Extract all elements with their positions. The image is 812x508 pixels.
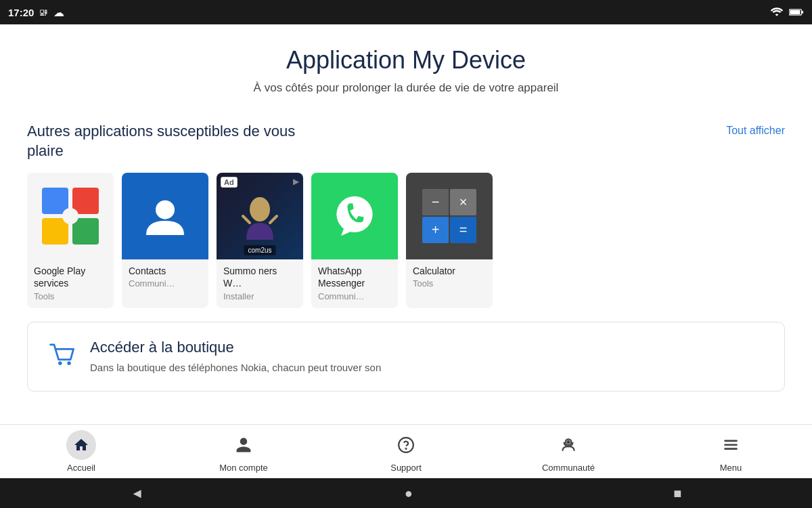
ad-badge: Ad: [221, 177, 238, 188]
svg-point-4: [156, 200, 175, 219]
app-card-calculator[interactable]: − × + = Calculator Tools: [406, 173, 493, 308]
app-category-gps: Tools: [34, 291, 107, 301]
cloud-icon: ☁: [53, 6, 64, 19]
help-svg: [397, 436, 415, 454]
svg-point-5: [250, 197, 270, 221]
app-category-summoners: Installer: [223, 291, 296, 301]
com2us-badge: com2us: [244, 245, 275, 255]
app-name-contacts: Contacts: [129, 265, 202, 277]
svg-rect-2: [790, 10, 800, 14]
nav-label-menu: Menu: [720, 463, 742, 473]
ad-arrow-icon: ▶: [293, 177, 299, 186]
wifi-icon: [770, 7, 784, 18]
calc-equals: =: [450, 217, 476, 243]
whatsapp-icon: [311, 173, 398, 259]
nav-label-mon-compte: Mon compte: [219, 463, 268, 473]
menu-icon: [716, 430, 746, 460]
svg-point-6: [336, 196, 372, 232]
calc-minus: −: [422, 189, 449, 215]
status-left: 17:20 🖳 ☁: [8, 6, 64, 19]
status-time: 17:20: [8, 7, 34, 18]
help-icon: [391, 430, 421, 460]
app-category-whatsapp: Communi…: [318, 291, 391, 301]
app-name-calculator: Calculator: [413, 265, 486, 277]
app-card-google-play-services[interactable]: Google Play services Tools: [27, 173, 114, 308]
google-play-services-icon: [27, 173, 114, 259]
nav-item-support[interactable]: Support: [379, 430, 433, 473]
nav-label-accueil: Accueil: [67, 463, 95, 473]
app-card-contacts[interactable]: Contacts Communi…: [122, 173, 208, 308]
calculator-info: Calculator Tools: [406, 259, 493, 295]
svg-point-3: [62, 208, 78, 224]
apps-header: Autres applications susceptibles de vous…: [27, 122, 785, 161]
status-right: [770, 7, 804, 18]
home-button[interactable]: ●: [405, 486, 413, 501]
title-section: Application My Device À vos côtés pour p…: [0, 24, 812, 106]
home-icon: [66, 430, 96, 460]
contacts-icon: [122, 173, 208, 259]
back-button[interactable]: ◄: [131, 486, 144, 501]
app-title: Application My Device: [14, 46, 798, 75]
store-desc: Dans la boutique des téléphones Nokia, c…: [90, 360, 381, 375]
svg-point-7: [58, 361, 62, 365]
app-category-contacts: Communi…: [129, 278, 202, 289]
cart-icon: [47, 339, 76, 375]
whatsapp-svg: [328, 189, 382, 243]
person-icon: [229, 430, 258, 460]
svg-rect-1: [802, 11, 804, 13]
calculator-icon: − × + =: [406, 173, 493, 259]
app-subtitle: À vos côtés pour prolonger la durée de v…: [14, 81, 798, 95]
bottom-nav: Accueil Mon compte Support: [0, 424, 812, 478]
nav-label-communaute: Communauté: [542, 463, 595, 473]
gps-svg: [40, 186, 101, 247]
nav-label-support: Support: [390, 463, 422, 473]
status-bar: 17:20 🖳 ☁: [0, 0, 812, 24]
svg-rect-14: [724, 444, 738, 446]
app-category-calculator: Tools: [413, 278, 486, 289]
contacts-svg: [141, 192, 189, 240]
show-all-link[interactable]: Tout afficher: [726, 125, 785, 137]
store-text: Accéder à la boutique Dans la boutique d…: [90, 339, 381, 375]
main-content: Application My Device À vos côtés pour p…: [0, 24, 812, 424]
svg-point-12: [567, 441, 569, 443]
app-cards: Google Play services Tools Contacts Comm…: [27, 173, 785, 308]
person-svg: [235, 436, 252, 454]
app-card-whatsapp[interactable]: WhatsApp Messenger Communi…: [311, 173, 398, 308]
cart-svg: [47, 339, 76, 368]
community-icon: [554, 430, 583, 460]
svg-point-10: [405, 448, 406, 449]
summoners-svg: [233, 189, 287, 243]
calc-grid: − × + =: [422, 189, 476, 243]
calc-plus: +: [422, 217, 449, 243]
app-card-summoners[interactable]: Ad ▶ com2us Summo ners W… Installer: [217, 173, 303, 308]
contacts-info: Contacts Communi…: [122, 259, 208, 295]
svg-point-8: [67, 361, 71, 365]
sim-icon: 🖳: [39, 7, 48, 18]
community-svg: [560, 436, 577, 454]
nav-item-menu[interactable]: Menu: [704, 430, 758, 473]
home-svg: [73, 437, 89, 453]
store-title: Accéder à la boutique: [90, 339, 381, 356]
nav-item-mon-compte[interactable]: Mon compte: [217, 430, 271, 473]
calc-times: ×: [450, 189, 476, 215]
app-name-summoners: Summo ners W…: [223, 265, 296, 289]
google-play-services-info: Google Play services Tools: [27, 259, 114, 308]
summoners-icon: Ad ▶ com2us: [217, 173, 303, 259]
summoners-info: Summo ners W… Installer: [217, 259, 303, 308]
svg-rect-13: [724, 440, 738, 442]
android-nav-bar: ◄ ● ■: [0, 478, 812, 508]
app-name-whatsapp: WhatsApp Messenger: [318, 265, 391, 289]
apps-section: Autres applications susceptibles de vous…: [0, 106, 812, 308]
svg-rect-15: [724, 448, 738, 450]
whatsapp-info: WhatsApp Messenger Communi…: [311, 259, 398, 308]
section-title: Autres applications susceptibles de vous…: [27, 122, 311, 161]
nav-item-communaute[interactable]: Communauté: [541, 430, 595, 473]
recents-button[interactable]: ■: [673, 486, 681, 501]
store-card[interactable]: Accéder à la boutique Dans la boutique d…: [27, 322, 785, 391]
menu-svg: [722, 436, 740, 454]
nav-item-accueil[interactable]: Accueil: [54, 430, 108, 473]
app-name-gps: Google Play services: [34, 265, 107, 289]
battery-icon: [789, 7, 804, 17]
